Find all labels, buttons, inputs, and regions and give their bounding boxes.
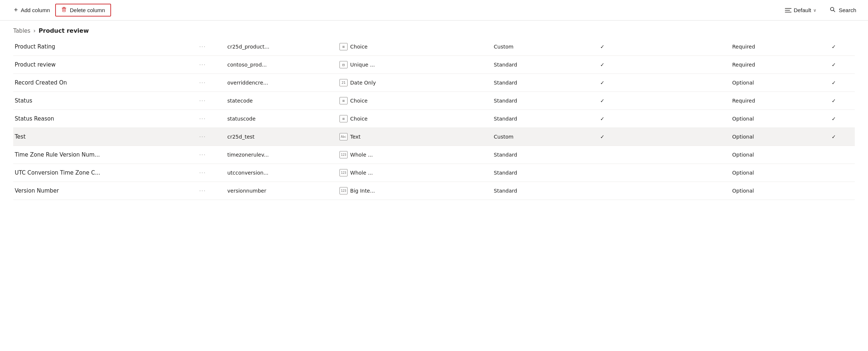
row-name: Product review bbox=[13, 56, 196, 74]
row-type-label: Whole ... bbox=[350, 152, 373, 158]
row-required: Optional bbox=[729, 146, 813, 164]
row-type-cell: Abc Text bbox=[336, 128, 490, 146]
search-icon bbox=[830, 7, 836, 14]
row-required-check: ✓ bbox=[813, 110, 855, 128]
row-searchable-check bbox=[574, 182, 630, 200]
row-name: Status Reason bbox=[13, 110, 196, 128]
delete-column-label: Delete column bbox=[70, 7, 105, 13]
row-searchable-check: ✓ bbox=[574, 38, 630, 56]
table-row[interactable]: Status Reason ··· statuscode ≡ Choice St… bbox=[13, 110, 855, 128]
hamburger-icon bbox=[785, 8, 791, 12]
text-icon: Abc bbox=[339, 133, 348, 140]
row-standard: Standard bbox=[490, 56, 574, 74]
row-logical-name: overriddencre... bbox=[224, 74, 336, 92]
row-required: Optional bbox=[729, 128, 813, 146]
row-required-check bbox=[813, 182, 855, 200]
row-spacer bbox=[630, 38, 729, 56]
toolbar: + Add column Delete column bbox=[0, 0, 868, 21]
row-name: Product Rating bbox=[13, 38, 196, 56]
row-dots[interactable]: ··· bbox=[196, 146, 224, 164]
big-integer-icon: 123 bbox=[339, 187, 348, 194]
row-dots[interactable]: ··· bbox=[196, 38, 224, 56]
row-standard: Custom bbox=[490, 38, 574, 56]
columns-table: Product Rating ··· cr25d_product... ≡ Ch… bbox=[13, 38, 855, 200]
row-dots[interactable]: ··· bbox=[196, 56, 224, 74]
row-required: Optional bbox=[729, 110, 813, 128]
trash-icon bbox=[61, 7, 67, 14]
row-logical-name: statecode bbox=[224, 92, 336, 110]
row-dots[interactable]: ··· bbox=[196, 74, 224, 92]
plus-icon: + bbox=[14, 6, 18, 14]
table-row[interactable]: Version Number ··· versionnumber 123 Big… bbox=[13, 182, 855, 200]
row-logical-name: contoso_prod... bbox=[224, 56, 336, 74]
row-spacer bbox=[630, 56, 729, 74]
add-column-button[interactable]: + Add column bbox=[9, 4, 55, 16]
table-row[interactable]: Product Rating ··· cr25d_product... ≡ Ch… bbox=[13, 38, 855, 56]
row-required: Required bbox=[729, 92, 813, 110]
row-dots[interactable]: ··· bbox=[196, 110, 224, 128]
chevron-down-icon: ∨ bbox=[813, 8, 817, 13]
row-dots[interactable]: ··· bbox=[196, 182, 224, 200]
row-logical-name: utcconversion... bbox=[224, 164, 336, 182]
table-row[interactable]: Time Zone Rule Version Num... ··· timezo… bbox=[13, 146, 855, 164]
table-row[interactable]: Record Created On ··· overriddencre... 2… bbox=[13, 74, 855, 92]
breadcrumb-parent[interactable]: Tables bbox=[13, 28, 31, 34]
default-view-button[interactable]: Default ∨ bbox=[782, 6, 820, 15]
delete-column-button[interactable]: Delete column bbox=[55, 4, 111, 17]
row-spacer bbox=[630, 182, 729, 200]
row-required-check: ✓ bbox=[813, 56, 855, 74]
row-standard: Custom bbox=[490, 128, 574, 146]
row-type-cell: 21 Date Only bbox=[336, 74, 490, 92]
breadcrumb-separator: › bbox=[33, 27, 36, 34]
row-type-label: Choice bbox=[350, 98, 367, 104]
row-required: Required bbox=[729, 56, 813, 74]
table-row[interactable]: Product review ··· contoso_prod... ⊟ Uni… bbox=[13, 56, 855, 74]
row-type-label: Whole ... bbox=[350, 170, 373, 176]
row-standard: Standard bbox=[490, 182, 574, 200]
row-dots[interactable]: ··· bbox=[196, 164, 224, 182]
row-logical-name: cr25d_test bbox=[224, 128, 336, 146]
row-searchable-check bbox=[574, 146, 630, 164]
choice-list-icon: ≡ bbox=[339, 97, 348, 104]
search-button[interactable]: Search bbox=[827, 5, 859, 15]
row-required-check: ✓ bbox=[813, 92, 855, 110]
row-spacer bbox=[630, 74, 729, 92]
toolbar-right: Default ∨ Search bbox=[782, 5, 859, 15]
row-type-label: Unique ... bbox=[350, 62, 375, 68]
row-type-label: Date Only bbox=[350, 80, 376, 86]
row-required: Required bbox=[729, 38, 813, 56]
row-required-check: ✓ bbox=[813, 38, 855, 56]
row-type-label: Big Inte... bbox=[350, 188, 375, 194]
row-type-cell: 123 Whole ... bbox=[336, 164, 490, 182]
row-spacer bbox=[630, 146, 729, 164]
row-logical-name: timezonerulev... bbox=[224, 146, 336, 164]
row-name: Status bbox=[13, 92, 196, 110]
row-required-check bbox=[813, 164, 855, 182]
row-type-cell: ≡ Choice bbox=[336, 92, 490, 110]
row-required-check: ✓ bbox=[813, 128, 855, 146]
row-dots[interactable]: ··· bbox=[196, 128, 224, 146]
row-name: Test bbox=[13, 128, 196, 146]
row-type-label: Choice bbox=[350, 116, 367, 122]
default-view-label: Default bbox=[794, 7, 811, 13]
row-required: Optional bbox=[729, 74, 813, 92]
table-row[interactable]: UTC Conversion Time Zone C... ··· utccon… bbox=[13, 164, 855, 182]
row-logical-name: versionnumber bbox=[224, 182, 336, 200]
row-searchable-check: ✓ bbox=[574, 74, 630, 92]
row-spacer bbox=[630, 110, 729, 128]
row-dots[interactable]: ··· bbox=[196, 92, 224, 110]
add-column-label: Add column bbox=[21, 7, 50, 13]
row-searchable-check: ✓ bbox=[574, 92, 630, 110]
table-row[interactable]: Status ··· statecode ≡ Choice Standard ✓… bbox=[13, 92, 855, 110]
table-row[interactable]: Test ··· cr25d_test Abc Text Custom ✓ Op… bbox=[13, 128, 855, 146]
row-type-cell: ≡ Choice bbox=[336, 110, 490, 128]
row-type-cell: ⊟ Unique ... bbox=[336, 56, 490, 74]
breadcrumb: Tables › Product review bbox=[0, 21, 868, 38]
row-standard: Standard bbox=[490, 74, 574, 92]
svg-line-6 bbox=[833, 10, 835, 12]
row-required-check: ✓ bbox=[813, 74, 855, 92]
row-required: Optional bbox=[729, 182, 813, 200]
row-type-cell: 123 Big Inte... bbox=[336, 182, 490, 200]
row-type-cell: 123 Whole ... bbox=[336, 146, 490, 164]
row-searchable-check: ✓ bbox=[574, 128, 630, 146]
